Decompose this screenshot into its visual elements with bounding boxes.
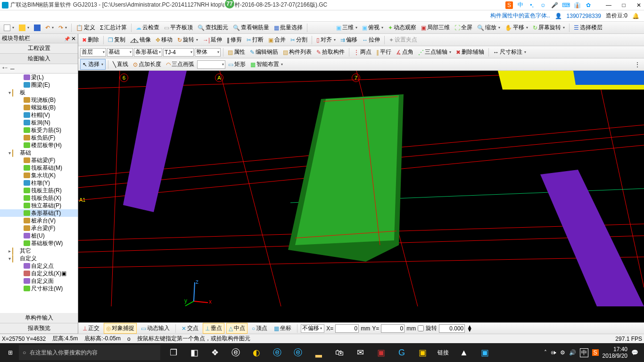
y-input[interactable]	[381, 324, 405, 333]
ime-emoji-icon[interactable]: ☺	[539, 1, 547, 9]
ortho-toggle[interactable]: ⊥正交	[80, 323, 102, 334]
tree-item[interactable]: 梁(L)	[0, 74, 78, 81]
task-app-3[interactable]: ◐	[247, 345, 266, 360]
dyn-input-toggle[interactable]: ▭动态输入	[139, 323, 172, 334]
tree-item[interactable]: 圈梁(E)	[0, 81, 78, 89]
mode-combo[interactable]: 整体▾	[195, 48, 221, 57]
redo-button[interactable]: ↷▾	[57, 24, 69, 32]
task-app-8[interactable]: ▣	[475, 345, 494, 360]
tree-item[interactable]: ▾自定义	[0, 255, 78, 262]
move-button[interactable]: ✥移动	[154, 35, 174, 45]
new-button[interactable]: ▾	[2, 24, 16, 32]
split-button[interactable]: ✂分割	[289, 35, 309, 45]
cross-snap[interactable]: ✕交点	[179, 323, 201, 334]
arc-combo[interactable]: ▾	[197, 60, 225, 69]
minimize-button[interactable]: —	[605, 2, 612, 8]
task-app-7[interactable]: ▲	[454, 345, 473, 360]
fullscreen-button[interactable]: ⛶全屏	[453, 23, 474, 33]
x-input[interactable]	[335, 324, 359, 333]
task-view-icon[interactable]: ❐	[164, 345, 183, 360]
tree-item[interactable]: 板洞(N)	[0, 119, 78, 126]
task-store-icon[interactable]: 🛍	[330, 345, 349, 360]
bell-icon[interactable]: 🔔	[632, 13, 639, 19]
tree-item[interactable]: 桩(U)	[0, 232, 78, 239]
dimension-button[interactable]: ↔尺寸标注▾	[491, 47, 528, 57]
pick-member-button[interactable]: ✎拾取构件	[314, 47, 347, 57]
toolbar-menu-icon[interactable]: ⋮	[633, 60, 642, 69]
tab-report[interactable]: 报表预览	[0, 323, 78, 334]
task-explorer-icon[interactable]: ▂	[309, 345, 328, 360]
smart-layout-button[interactable]: ▦智能布置▾	[248, 59, 285, 69]
pan-button[interactable]: ✋平移▾	[503, 23, 530, 33]
extend-button[interactable]: →|延伸	[201, 35, 224, 45]
ime-mic-icon[interactable]: 🎤	[551, 1, 558, 9]
define-button[interactable]: 📋定义	[74, 23, 97, 33]
tree-item[interactable]: 筏板基础(M)	[0, 164, 78, 172]
tree-item[interactable]: ▾板	[0, 89, 78, 96]
tree-item[interactable]: 自定义点	[0, 262, 78, 270]
tray-ime-icon[interactable]: 中	[580, 348, 588, 357]
task-linked[interactable]: 链接	[434, 345, 453, 360]
tree-item[interactable]: 独立基础(P)	[0, 202, 78, 209]
task-edge-icon[interactable]: ⓔ	[226, 345, 245, 360]
tray-wifi-icon[interactable]: ⚙	[560, 349, 565, 356]
tab-draw-input[interactable]: 绘图输入	[0, 54, 78, 64]
tree-item[interactable]: 自定义线(X)▣	[0, 270, 78, 277]
tree-item[interactable]: 条形基础(T)	[0, 209, 78, 217]
pt-length-button[interactable]: ⊙点加长度	[131, 59, 163, 69]
find-button[interactable]: 🔍查找图元	[196, 23, 230, 33]
blue-hint-link[interactable]: 构件属性中的蓝色字体..	[490, 12, 550, 20]
subcategory-combo[interactable]: 条形基础▾	[134, 48, 162, 57]
rect-button[interactable]: ▭矩形	[226, 59, 248, 69]
offset-mode-combo[interactable]: 不偏移▾	[301, 324, 324, 333]
perp-snap[interactable]: ⊥垂点	[203, 323, 224, 334]
ime-shirt-icon[interactable]: 👔	[573, 1, 581, 9]
rotate-input[interactable]	[439, 324, 465, 333]
del-axis-button[interactable]: ✖删除辅轴	[454, 47, 486, 57]
tree-item[interactable]: 板受力筋(S)	[0, 126, 78, 134]
local-3d-button[interactable]: ▣局部三维	[419, 23, 452, 33]
tree-item[interactable]: ▾基础	[0, 149, 78, 156]
member-list-button[interactable]: ▤构件列表	[281, 47, 314, 57]
mirror-button[interactable]: ◿◺镜像	[128, 35, 153, 45]
edit-rebar-button[interactable]: ✎编辑钢筋	[248, 47, 280, 57]
tray-clock[interactable]: 17:40 2018/9/20	[603, 346, 627, 360]
taskbar-search[interactable]: ○ 在这里输入你要搜索的内容	[19, 345, 160, 360]
task-app-5[interactable]: G	[392, 345, 411, 360]
ime-punct-icon[interactable]: •,	[528, 1, 536, 9]
cloud-check-button[interactable]: ☁云检查	[134, 23, 161, 33]
tray-vol-icon[interactable]: 🔊	[569, 349, 576, 356]
stretch-button[interactable]: ↔拉伸	[360, 35, 382, 45]
task-mail-icon[interactable]: ✉	[351, 345, 370, 360]
save-button[interactable]	[32, 24, 42, 32]
tab-project-settings[interactable]: 工程设置	[0, 43, 78, 54]
batch-select-button[interactable]: ▦批量选择	[272, 23, 305, 33]
task-app-1[interactable]: ◧	[185, 345, 204, 360]
rotate-checkbox[interactable]	[418, 325, 424, 331]
floor-combo[interactable]: 首层▾	[80, 48, 106, 57]
tree-item[interactable]: 柱墩(Y)	[0, 179, 78, 187]
three-pt-axis-button[interactable]: ⋰三点辅轴▾	[416, 47, 453, 57]
align-button[interactable]: ▯对齐▾	[314, 35, 338, 45]
tree-item[interactable]: 柱帽(V)	[0, 111, 78, 119]
collapse-all-icon[interactable]: ─	[10, 66, 15, 72]
pin-icon[interactable]: 📌	[64, 36, 70, 41]
task-app-6[interactable]: ▣	[413, 345, 432, 360]
line-button[interactable]: ╲直线	[111, 59, 130, 69]
tree-item[interactable]: 集水坑(K)	[0, 172, 78, 179]
tree-item[interactable]: 筏板负筋(X)	[0, 194, 78, 202]
task-edge2-icon[interactable]: ⓔ	[268, 345, 287, 360]
tree-item[interactable]: 筏板主筋(R)	[0, 187, 78, 194]
user-id[interactable]: 13907298339	[567, 13, 601, 19]
tree-item[interactable]: 现浇板(B)	[0, 96, 78, 104]
ime-kbd-icon[interactable]: ⌨	[562, 1, 570, 9]
sum-button[interactable]: Σ汇总计算	[98, 23, 129, 33]
close-button[interactable]: ✕	[636, 2, 642, 8]
viewport-3d[interactable]: 6 A 7 A1	[78, 71, 644, 322]
expand-all-icon[interactable]: ⁺⁻	[2, 66, 8, 72]
merge-button[interactable]: ▣合并	[266, 35, 288, 45]
coord-snap[interactable]: ▦坐标	[272, 323, 294, 334]
top-snap[interactable]: ○顶点	[249, 323, 270, 334]
tree-item[interactable]: 楼层板带(H)	[0, 141, 78, 149]
delete-button[interactable]: ✖删除	[80, 35, 101, 45]
